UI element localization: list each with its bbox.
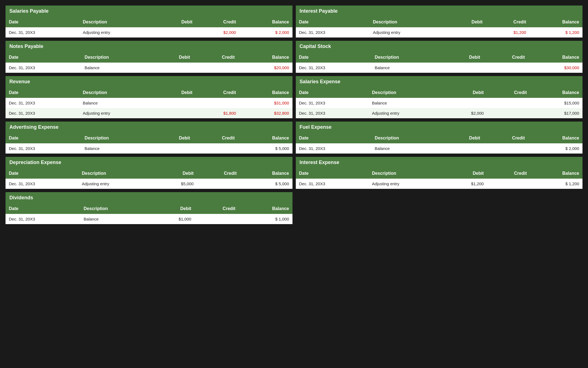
interest-payable-title: Interest Payable — [296, 6, 583, 17]
col-balance: Balance — [239, 203, 292, 214]
cell-date: Dec. 31, 20X3 — [296, 108, 369, 118]
depreciation-expense-block: Depreciation Expense Date Description De… — [6, 157, 292, 189]
cell-desc: Balance — [369, 98, 444, 108]
col-desc: Description — [80, 203, 151, 214]
col-date: Date — [6, 52, 81, 63]
left-column: Salaries Payable Date Description Debit … — [6, 6, 292, 224]
dividends-block: Dividends Date Description Debit Credit … — [6, 192, 292, 224]
col-desc: Description — [371, 133, 443, 143]
notes-payable-block: Notes Payable Date Description Debit Cre… — [6, 41, 292, 73]
cell-balance: $30,000 — [528, 63, 582, 73]
cell-debit: $2,000 — [444, 108, 487, 118]
col-balance: Balance — [530, 87, 582, 98]
cell-credit — [487, 98, 530, 108]
col-date: Date — [6, 168, 79, 179]
col-debit: Debit — [151, 203, 195, 214]
advertising-expense-title: Advertising Expense — [6, 122, 292, 133]
depreciation-expense-table: Date Description Debit Credit Balance De… — [6, 168, 292, 189]
col-desc: Description — [369, 168, 444, 179]
col-balance: Balance — [530, 168, 582, 179]
col-date: Date — [6, 87, 79, 98]
col-credit: Credit — [487, 87, 530, 98]
cell-debit — [443, 143, 483, 154]
cell-desc: Balance — [81, 63, 153, 73]
cell-balance: $ 1,200 — [530, 27, 582, 37]
col-date: Date — [296, 87, 369, 98]
cell-debit — [156, 98, 196, 108]
cell-desc: Balance — [80, 214, 151, 224]
col-debit: Debit — [156, 17, 196, 27]
cell-desc: Adjusting entry — [79, 27, 156, 37]
salaries-payable-table: Date Description Debit Credit Balance De… — [6, 17, 292, 37]
fuel-expense-title: Fuel Expense — [296, 122, 583, 133]
col-desc: Description — [371, 52, 443, 63]
salaries-expense-title: Salaries Expense — [296, 76, 583, 87]
table-row: Dec. 31, 20X3 Adjusting entry $1,200 $ 1… — [296, 27, 583, 37]
cell-date: Dec. 31, 20X3 — [6, 108, 79, 118]
cell-balance: $ 5,000 — [240, 179, 292, 189]
cell-balance: $ 2,000 — [528, 143, 582, 154]
table-row: Dec. 31, 20X3 Balance $20,000 — [6, 63, 292, 73]
table-row: Dec. 31, 20X3 Adjusting entry $5,000 $ 5… — [6, 179, 292, 189]
cell-desc: Balance — [371, 143, 443, 154]
notes-payable-title: Notes Payable — [6, 41, 292, 52]
cell-desc: Adjusting entry — [369, 108, 444, 118]
main-grid: Salaries Payable Date Description Debit … — [3, 3, 585, 227]
col-debit: Debit — [443, 52, 483, 63]
col-balance: Balance — [528, 133, 582, 143]
dividends-title: Dividends — [6, 192, 292, 203]
col-credit: Credit — [193, 133, 238, 143]
depreciation-expense-title: Depreciation Expense — [6, 157, 292, 168]
col-credit: Credit — [196, 87, 239, 98]
col-credit: Credit — [483, 133, 528, 143]
cell-date: Dec. 31, 20X3 — [296, 27, 370, 37]
cell-debit — [153, 143, 193, 154]
table-row: Dec. 31, 20X3 Balance $15,000 — [296, 98, 583, 108]
cell-debit: $5,000 — [154, 179, 197, 189]
cell-debit: $1,000 — [151, 214, 195, 224]
fuel-expense-block: Fuel Expense Date Description Debit Cred… — [296, 122, 583, 154]
cell-date: Dec. 31, 20X3 — [6, 143, 81, 154]
col-balance: Balance — [238, 133, 292, 143]
salaries-payable-block: Salaries Payable Date Description Debit … — [6, 6, 292, 37]
col-date: Date — [296, 168, 369, 179]
col-balance: Balance — [530, 17, 582, 27]
cell-date: Dec. 31, 20X3 — [6, 63, 81, 73]
col-date: Date — [296, 52, 372, 63]
cell-balance: $ 1,000 — [239, 214, 292, 224]
cell-balance: $15,000 — [530, 98, 582, 108]
cell-debit — [156, 108, 196, 118]
cell-credit — [193, 63, 238, 73]
salaries-payable-title: Salaries Payable — [6, 6, 292, 17]
col-debit: Debit — [154, 168, 197, 179]
cell-desc: Adjusting entry — [79, 108, 156, 118]
cell-balance: $ 2,000 — [239, 27, 292, 37]
cell-balance: $ 1,200 — [530, 179, 582, 189]
notes-payable-table: Date Description Debit Credit Balance De… — [6, 52, 292, 73]
col-debit: Debit — [153, 52, 193, 63]
fuel-expense-table: Date Description Debit Credit Balance De… — [296, 133, 583, 154]
col-balance: Balance — [239, 17, 292, 27]
cell-credit — [196, 98, 239, 108]
col-debit: Debit — [444, 87, 487, 98]
col-credit: Credit — [486, 17, 530, 27]
col-debit: Debit — [156, 87, 196, 98]
col-debit: Debit — [153, 133, 193, 143]
cell-desc: Balance — [371, 63, 443, 73]
interest-expense-table: Date Description Debit Credit Balance De… — [296, 168, 583, 189]
table-row: Dec. 31, 20X3 Adjusting entry $1,200 $ 1… — [296, 179, 583, 189]
col-desc: Description — [369, 17, 446, 27]
cell-balance: $20,000 — [238, 63, 292, 73]
col-desc: Description — [79, 17, 156, 27]
capital-stock-table: Date Description Debit Credit Balance De… — [296, 52, 583, 73]
revenue-table: Date Description Debit Credit Balance De… — [6, 87, 292, 118]
col-debit: Debit — [444, 168, 487, 179]
cell-date: Dec. 31, 20X3 — [296, 143, 372, 154]
cell-date: Dec. 31, 20X3 — [296, 63, 372, 73]
col-desc: Description — [79, 87, 156, 98]
col-debit: Debit — [446, 17, 486, 27]
advertising-expense-block: Advertising Expense Date Description Deb… — [6, 122, 292, 154]
table-row: Dec. 31, 20X3 Balance $31,000 — [6, 98, 292, 108]
col-debit: Debit — [443, 133, 483, 143]
cell-credit — [483, 63, 528, 73]
